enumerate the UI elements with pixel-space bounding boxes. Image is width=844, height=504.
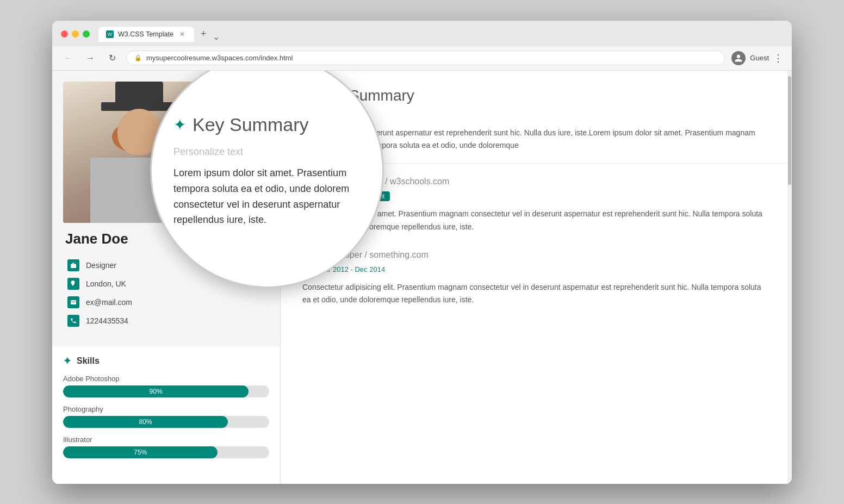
url-text: mysupercoolresume.w3spaces.com/index.htm… — [146, 54, 293, 62]
skills-title: Skills — [77, 356, 100, 366]
skills-heading: ✦ Skills — [63, 355, 269, 367]
address-bar[interactable]: 🔒 mysupercoolresume.w3spaces.com/index.h… — [126, 51, 725, 65]
location-icon — [67, 278, 79, 290]
tab-title: W3.CSS Template — [118, 30, 173, 38]
user-avatar — [731, 51, 746, 65]
skill-bar-container-photo: 80% — [63, 416, 269, 428]
skill-name-adobe: Adobe Photoshop — [63, 375, 269, 383]
email-info: ex@mail.com — [63, 293, 269, 312]
svg-point-0 — [72, 282, 73, 283]
lock-icon: 🔒 — [134, 54, 142, 61]
browser-window: W W3.CSS Template ✕ + ⌄ ← → ↻ 🔒 mysuperc… — [52, 21, 792, 484]
user-area: Guest ⋮ — [731, 51, 783, 65]
job-title-text: Designer — [86, 261, 116, 270]
title-bar: W W3.CSS Template ✕ + ⌄ — [52, 21, 792, 46]
skill-percent-adobe: 90% — [150, 388, 163, 395]
minimize-button[interactable] — [72, 30, 79, 38]
scrollbar-thumb[interactable] — [788, 76, 791, 185]
skills-section: ✦ Skills Adobe Photoshop 90% Photography — [52, 346, 280, 475]
skills-icon: ✦ — [63, 355, 71, 367]
browser-content: Jane Doe Designer London, UK — [52, 71, 792, 484]
date-row-2: 📅 Mar 2012 - Dec 2014 — [302, 264, 770, 275]
skill-name-photo: Photography — [63, 405, 269, 413]
expand-button[interactable]: ⌄ — [213, 32, 220, 42]
email-icon — [67, 296, 79, 308]
skill-bar-container-illus: 75% — [63, 446, 269, 458]
phone-text: 1224435534 — [86, 316, 128, 325]
skill-adobe: Adobe Photoshop 90% — [63, 375, 269, 397]
personalize-label: Personalize text — [302, 112, 770, 121]
skill-percent-illus: 75% — [134, 449, 147, 456]
magnifier-icon: ✦ — [173, 116, 186, 134]
tab-favicon: W — [106, 30, 114, 38]
magnifier-subtitle: Personalize text — [173, 146, 243, 158]
close-button[interactable] — [61, 30, 68, 38]
skill-bar-adobe: 90% — [63, 385, 249, 397]
traffic-lights — [61, 30, 90, 38]
tab-bar: W W3.CSS Template ✕ + ⌄ — [98, 26, 220, 42]
magnifier-body: Lorem ipsum dolor sit amet. Prasentium t… — [173, 165, 361, 228]
job-title-2: Web Developer / something.com — [302, 250, 770, 260]
location-text: London, UK — [86, 279, 126, 288]
new-tab-button[interactable]: + — [196, 26, 211, 42]
magnifier-title: Key Summary — [193, 114, 309, 135]
reload-button[interactable]: ↻ — [104, 51, 120, 66]
tab-close-button[interactable]: ✕ — [178, 30, 187, 39]
experience-item-2: Web Developer / something.com 📅 Mar 2012… — [302, 250, 770, 307]
maximize-button[interactable] — [83, 30, 90, 38]
browser-menu-button[interactable]: ⋮ — [773, 52, 783, 64]
skill-bar-container-adobe: 90% — [63, 385, 269, 397]
experience-body-2: Consectetur adipisicing elit. Prasentium… — [302, 281, 770, 307]
magnifier-header: ✦ Key Summary — [173, 114, 309, 135]
email-text: ex@mail.com — [86, 298, 132, 307]
skill-percent-photo: 80% — [139, 418, 152, 426]
active-tab[interactable]: W W3.CSS Template ✕ — [98, 27, 194, 42]
user-name: Guest — [750, 54, 769, 62]
skill-bar-illus: 75% — [63, 446, 218, 458]
skill-photography: Photography 80% — [63, 405, 269, 428]
briefcase-icon — [67, 259, 79, 271]
skill-illustrator: Illustrator 75% — [63, 435, 269, 458]
back-button[interactable]: ← — [61, 51, 76, 66]
key-summary-header: ✦ Key Summary — [302, 87, 770, 104]
nav-bar: ← → ↻ 🔒 mysupercoolresume.w3spaces.com/i… — [52, 46, 792, 71]
skill-name-illus: Illustrator — [63, 435, 269, 444]
forward-button[interactable]: → — [83, 51, 98, 66]
skill-bar-photo: 80% — [63, 416, 228, 428]
phone-icon — [67, 315, 79, 327]
phone-info: 1224435534 — [63, 312, 269, 330]
scrollbar-track[interactable] — [787, 71, 792, 484]
